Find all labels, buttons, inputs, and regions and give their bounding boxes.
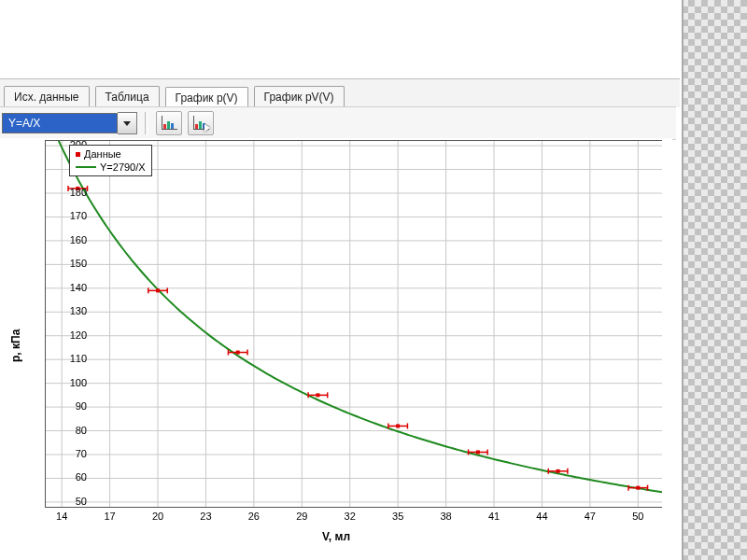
- y-tick-label: 60: [57, 471, 87, 483]
- x-tick-label: 29: [296, 511, 307, 522]
- y-tick-label: 90: [57, 400, 87, 412]
- chevron-down-icon: [123, 121, 131, 126]
- chart-legend: Данные Y=2790/X: [69, 145, 152, 176]
- y-axis-label: p, кПа: [9, 329, 22, 362]
- x-tick-label: 14: [56, 511, 67, 522]
- x-tick-label: 35: [392, 511, 403, 522]
- tab-source-data[interactable]: Исх. данные: [4, 86, 90, 107]
- x-tick-label: 32: [345, 511, 356, 522]
- x-axis-label: V, мл: [0, 530, 672, 543]
- x-tick-label: 44: [536, 511, 547, 522]
- window-edge-texture: [682, 0, 747, 560]
- y-tick-label: 130: [57, 305, 87, 316]
- fit-function-combo[interactable]: Y=A/X: [2, 113, 137, 133]
- svg-rect-40: [236, 351, 240, 355]
- y-tick-label: 170: [57, 210, 87, 221]
- legend-marker-fit-icon: [76, 166, 96, 168]
- svg-rect-52: [476, 450, 480, 454]
- svg-rect-44: [316, 393, 319, 397]
- chart-settings-button[interactable]: [156, 111, 182, 135]
- y-tick-label: 100: [57, 377, 87, 388]
- svg-rect-36: [156, 288, 160, 292]
- svg-rect-56: [557, 469, 560, 473]
- y-tick-label: 120: [57, 329, 87, 341]
- plot-region: 1417202326293235384144475050607080901001…: [45, 140, 662, 508]
- y-tick-label: 70: [57, 448, 87, 459]
- toolbar-separator: [145, 112, 148, 134]
- x-tick-label: 23: [200, 511, 211, 522]
- tab-bar: Исх. данные Таблица График p(V) График p…: [0, 78, 680, 107]
- fit-function-value[interactable]: Y=A/X: [2, 113, 118, 133]
- fit-function-dropdown-button[interactable]: [118, 112, 137, 134]
- chart-area: p, кПа 141720232629323538414447505060708…: [0, 138, 672, 549]
- x-tick-label: 50: [632, 511, 643, 522]
- legend-entry-data: Данные: [76, 147, 146, 161]
- chart-toolbar: Y=A/X: [0, 106, 676, 140]
- x-tick-label: 17: [104, 511, 115, 522]
- chart-cursor-button[interactable]: [188, 111, 214, 135]
- chart-cursor-icon: [193, 117, 208, 130]
- y-tick-label: 110: [57, 353, 87, 364]
- legend-label-data: Данные: [84, 147, 121, 161]
- y-tick-label: 50: [57, 496, 87, 507]
- legend-entry-fit: Y=2790/X: [76, 161, 146, 174]
- tab-table[interactable]: Таблица: [95, 86, 160, 107]
- x-tick-label: 20: [152, 511, 163, 522]
- x-tick-label: 38: [440, 511, 451, 522]
- y-tick-label: 160: [57, 234, 87, 245]
- y-tick-label: 180: [57, 187, 87, 198]
- x-tick-label: 41: [488, 511, 500, 522]
- legend-marker-data-icon: [76, 152, 80, 157]
- tab-graph-pv-v[interactable]: График pV(V): [254, 86, 345, 107]
- y-tick-label: 150: [57, 258, 87, 269]
- x-tick-label: 26: [248, 511, 260, 522]
- y-tick-label: 80: [57, 425, 87, 436]
- plot-svg: [46, 141, 662, 507]
- x-tick-label: 47: [585, 511, 596, 522]
- svg-rect-48: [396, 424, 400, 427]
- bar-chart-icon: [162, 117, 176, 130]
- legend-label-fit: Y=2790/X: [100, 161, 146, 174]
- y-tick-label: 140: [57, 282, 87, 293]
- tab-graph-p-v[interactable]: График p(V): [165, 87, 248, 108]
- svg-rect-60: [636, 486, 640, 490]
